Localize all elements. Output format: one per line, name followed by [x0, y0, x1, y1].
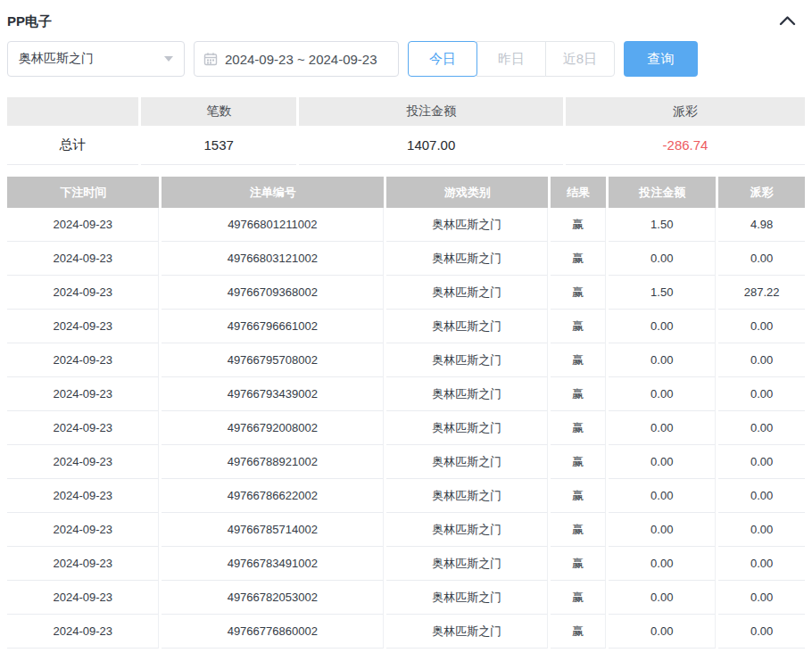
cell-payout: 0.00: [718, 411, 805, 445]
quick-date-group: 今日 昨日 近8日: [408, 41, 615, 77]
cell-result: 赢: [551, 479, 606, 513]
cell-order-no: 49766709368002: [162, 276, 384, 310]
cell-bet: 0.00: [609, 615, 716, 649]
cell-date: 2024-09-23: [7, 208, 159, 242]
table-row: 2024-09-2349766786622002奥林匹斯之门赢0.000.00: [7, 479, 805, 513]
table-row: 2024-09-2349766793439002奥林匹斯之门赢0.000.00: [7, 377, 805, 411]
cell-result: 赢: [551, 547, 606, 581]
cell-bet: 0.00: [609, 377, 716, 411]
last8days-button[interactable]: 近8日: [545, 41, 615, 77]
bet-table-body: 2024-09-2349766801211002奥林匹斯之门赢1.504.982…: [7, 208, 805, 649]
cell-game: 奥林匹斯之门: [386, 581, 548, 615]
cell-order-no: 49766785714002: [162, 513, 384, 547]
table-row: 2024-09-2349766709368002奥林匹斯之门赢1.50287.2…: [7, 276, 805, 310]
cell-result: 赢: [551, 513, 606, 547]
header-result: 结果: [551, 177, 606, 208]
summary-total-count: 1537: [141, 126, 297, 165]
header-order-no: 注单编号: [162, 177, 384, 208]
table-row: 2024-09-2349766783491002奥林匹斯之门赢0.000.00: [7, 547, 805, 581]
cell-order-no: 49766793439002: [162, 377, 384, 411]
cell-result: 赢: [551, 242, 606, 276]
cell-game: 奥林匹斯之门: [386, 310, 548, 343]
cell-order-no: 49766803121002: [162, 242, 384, 276]
cell-bet: 0.00: [609, 513, 716, 547]
cell-bet: 0.00: [609, 310, 716, 343]
cell-payout: 0.00: [718, 343, 805, 377]
game-select-value: 奥林匹斯之门: [19, 51, 94, 67]
cell-payout: 287.22: [718, 276, 805, 310]
cell-date: 2024-09-23: [7, 343, 159, 377]
cell-bet: 0.00: [609, 445, 716, 479]
table-row: 2024-09-2349766788921002奥林匹斯之门赢0.000.00: [7, 445, 805, 479]
cell-result: 赢: [551, 445, 606, 479]
cell-order-no: 49766795708002: [162, 343, 384, 377]
cell-result: 赢: [551, 208, 606, 242]
date-range-value: 2024-09-23 ~ 2024-09-23: [225, 52, 377, 67]
summary-header-bet-amount: 投注金额: [299, 97, 563, 126]
cell-order-no: 49766788921002: [162, 445, 384, 479]
yesterday-button[interactable]: 昨日: [476, 41, 546, 77]
table-row: 2024-09-2349766792008002奥林匹斯之门赢0.000.00: [7, 411, 805, 445]
cell-payout: 0.00: [718, 615, 805, 649]
cell-result: 赢: [551, 411, 606, 445]
cell-order-no: 49766801211002: [162, 208, 384, 242]
summary-header-count: 笔数: [141, 97, 297, 126]
bet-records-table: 下注时间 注单编号 游戏类别 结果 投注金额 派彩 2024-09-234976…: [4, 177, 808, 649]
cell-order-no: 49766786622002: [162, 479, 384, 513]
cell-game: 奥林匹斯之门: [386, 377, 548, 411]
cell-payout: 0.00: [718, 445, 805, 479]
page-title: PP电子: [7, 13, 52, 30]
table-row: 2024-09-2349766803121002奥林匹斯之门赢0.000.00: [7, 242, 805, 276]
caret-down-icon: [164, 56, 173, 62]
cell-order-no: 49766776860002: [162, 615, 384, 649]
cell-bet: 0.00: [609, 581, 716, 615]
cell-game: 奥林匹斯之门: [386, 547, 548, 581]
table-row: 2024-09-2349766801211002奥林匹斯之门赢1.504.98: [7, 208, 805, 242]
cell-bet: 0.00: [609, 479, 716, 513]
cell-date: 2024-09-23: [7, 513, 159, 547]
cell-date: 2024-09-23: [7, 479, 159, 513]
collapse-button[interactable]: [779, 13, 805, 29]
cell-game: 奥林匹斯之门: [386, 479, 548, 513]
cell-payout: 0.00: [718, 479, 805, 513]
date-range-picker[interactable]: 2024-09-23 ~ 2024-09-23: [194, 41, 399, 77]
header-bet-time: 下注时间: [7, 177, 159, 208]
table-row: 2024-09-2349766782053002奥林匹斯之门赢0.000.00: [7, 581, 805, 615]
cell-result: 赢: [551, 310, 606, 343]
cell-date: 2024-09-23: [7, 581, 159, 615]
cell-game: 奥林匹斯之门: [386, 615, 548, 649]
game-select[interactable]: 奥林匹斯之门: [7, 41, 185, 77]
cell-bet: 0.00: [609, 242, 716, 276]
cell-order-no: 49766792008002: [162, 411, 384, 445]
table-row: 2024-09-2349766785714002奥林匹斯之门赢0.000.00: [7, 513, 805, 547]
cell-bet: 1.50: [609, 276, 716, 310]
cell-game: 奥林匹斯之门: [386, 242, 548, 276]
cell-order-no: 49766783491002: [162, 547, 384, 581]
bet-table-header-row: 下注时间 注单编号 游戏类别 结果 投注金额 派彩: [7, 177, 805, 208]
cell-game: 奥林匹斯之门: [386, 208, 548, 242]
search-button[interactable]: 查询: [624, 41, 698, 77]
bet-records-section: 下注时间 注单编号 游戏类别 结果 投注金额 派彩 2024-09-234976…: [7, 177, 805, 649]
table-row: 2024-09-2349766796661002奥林匹斯之门赢0.000.00: [7, 310, 805, 343]
summary-section: 笔数 投注金额 派彩 总计 1537 1407.00 -286.74: [7, 97, 805, 165]
cell-date: 2024-09-23: [7, 445, 159, 479]
cell-order-no: 49766796661002: [162, 310, 384, 343]
summary-total-row: 总计 1537 1407.00 -286.74: [7, 126, 805, 165]
today-button[interactable]: 今日: [408, 41, 477, 77]
cell-payout: 0.00: [718, 547, 805, 581]
cell-game: 奥林匹斯之门: [386, 343, 548, 377]
cell-date: 2024-09-23: [7, 377, 159, 411]
cell-bet: 0.00: [609, 547, 716, 581]
cell-payout: 0.00: [718, 310, 805, 343]
cell-game: 奥林匹斯之门: [386, 276, 548, 310]
cell-bet: 0.00: [609, 343, 716, 377]
summary-header-blank: [7, 97, 138, 126]
cell-result: 赢: [551, 377, 606, 411]
header-game-category: 游戏类别: [386, 177, 548, 208]
cell-result: 赢: [551, 615, 606, 649]
summary-header-row: 笔数 投注金额 派彩: [7, 97, 805, 126]
cell-date: 2024-09-23: [7, 615, 159, 649]
cell-date: 2024-09-23: [7, 242, 159, 276]
table-row: 2024-09-2349766776860002奥林匹斯之门赢0.000.00: [7, 615, 805, 649]
header-bet-amount: 投注金额: [609, 177, 716, 208]
